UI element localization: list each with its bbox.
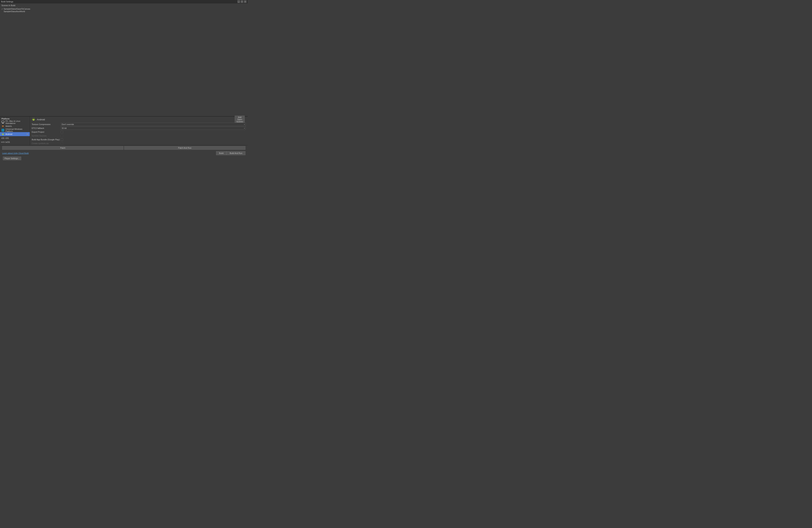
patch-button[interactable]: Patch	[2, 146, 124, 150]
svg-point-9	[3, 133, 4, 134]
svg-rect-16	[34, 119, 35, 120]
svg-rect-11	[4, 134, 4, 135]
etc2-fallback-row: ETC2 fallback 32-bit	[32, 127, 246, 130]
platform-area: Platform PC, Mac & Linux Standalone W We…	[0, 117, 248, 145]
export-project-row: Export Project	[32, 130, 246, 134]
scene-name: Sample/Glass/boxWorld	[4, 10, 25, 13]
platform-name-webgl: WebGL	[5, 125, 12, 127]
svg-rect-4	[3, 129, 4, 130]
tvos-icon: tvOS	[1, 141, 4, 144]
scene-item: ✓ Sample/Glass/boxWorld	[1, 10, 246, 13]
pc-icon	[1, 121, 4, 123]
platform-name-pc: PC, Mac & Linux Standalone	[5, 120, 28, 124]
symlink-sources-row: Symlink Sources	[32, 134, 246, 137]
build-app-bundle-label: Build App Bundle (Google Play)	[32, 138, 61, 141]
scenes-header: Scenes In Build	[1, 4, 246, 6]
platform-item-webgl[interactable]: W WebGL	[0, 124, 30, 128]
platform-item-tvos[interactable]: tvOS tvOS	[0, 140, 30, 144]
etc2-fallback-dropdown[interactable]: 32-bit	[61, 127, 246, 130]
svg-point-14	[34, 118, 34, 119]
symlink-sources-checkbox	[61, 135, 63, 137]
platform-name-ios: iOS	[5, 137, 9, 139]
platform-header-name: Android	[37, 118, 45, 121]
export-project-label: Export Project	[32, 131, 61, 133]
texture-compression-dropdown-wrapper: Don't override	[61, 123, 246, 126]
player-settings-area: Player Settings...	[0, 156, 248, 162]
svg-rect-1	[2, 123, 4, 123]
scene-list: ✓ Sample/Glass/GazeToCanvas ✓ Sample/Gla…	[1, 7, 246, 13]
svg-rect-5	[2, 130, 3, 131]
export-project-checkbox[interactable]	[61, 131, 63, 133]
player-settings-button[interactable]: Player Settings...	[3, 157, 21, 160]
title-bar-controls: _ □ ×	[237, 0, 246, 3]
title-bar-title: Build Settings	[1, 1, 13, 3]
patch-and-run-button[interactable]: Patch And Run	[124, 146, 245, 150]
gear-icon[interactable]: ⚙	[27, 133, 28, 135]
main-container: Scenes In Build ✓ Sample/Glass/GazeToCan…	[0, 3, 248, 162]
platform-label: Platform	[0, 117, 30, 120]
platform-item-android[interactable]: Android ⚙	[0, 132, 30, 136]
build-app-bundle-row: Build App Bundle (Google Play)	[32, 138, 246, 141]
svg-rect-0	[2, 121, 4, 123]
svg-rect-10	[2, 134, 2, 135]
create-symbols-row: Create symbols.zip	[32, 142, 246, 145]
patch-buttons-row: Patch Patch And Run	[1, 146, 246, 150]
build-buttons-row: Learn about Unity Cloud Build Build Buil…	[1, 150, 246, 155]
android-header-icon	[32, 118, 35, 121]
scene-item: ✓ Sample/Glass/GazeToCanvas	[1, 8, 246, 10]
scene-name: Sample/Glass/GazeToCanvas	[4, 8, 30, 10]
bottom-buttons-area: Patch Patch And Run Learn about Unity Cl…	[0, 145, 248, 156]
svg-point-8	[2, 133, 3, 134]
title-bar: Build Settings _ □ ×	[0, 0, 248, 3]
etc2-fallback-label: ETC2 fallback	[32, 127, 61, 129]
bottom-section: Platform PC, Mac & Linux Standalone W We…	[0, 116, 248, 162]
build-button[interactable]: Build	[216, 151, 227, 155]
create-symbols-checkbox	[61, 142, 63, 145]
platform-item-uwp[interactable]: Universal Windows Platform	[0, 128, 30, 132]
svg-rect-3	[2, 129, 3, 130]
ios-icon: iOS	[1, 137, 4, 140]
platform-item-pc[interactable]: PC, Mac & Linux Standalone	[0, 120, 30, 124]
svg-rect-12	[32, 119, 35, 119]
symlink-sources-label: Symlink Sources	[32, 135, 61, 137]
texture-compression-dropdown[interactable]: Don't override	[61, 123, 246, 126]
svg-rect-15	[32, 119, 33, 120]
platform-name-tvos: tvOS	[5, 141, 10, 143]
build-and-run-button[interactable]: Build And Run	[227, 151, 245, 155]
build-app-bundle-checkbox[interactable]	[61, 138, 63, 141]
android-icon	[1, 133, 4, 135]
scenes-section: Scenes In Build ✓ Sample/Glass/GazeToCan…	[0, 3, 248, 116]
svg-rect-7	[2, 134, 4, 134]
texture-compression-label: Texture Compression	[32, 123, 61, 126]
platform-item-ios[interactable]: iOS iOS	[0, 136, 30, 140]
scene-checkbox[interactable]: ✓	[1, 8, 3, 10]
svg-rect-2	[2, 123, 4, 123]
webgl-icon: W	[1, 125, 4, 128]
create-symbols-label: Create symbols.zip	[32, 142, 61, 145]
learn-cloud-build-link[interactable]: Learn about Unity Cloud Build	[2, 152, 29, 154]
maximize-button[interactable]: □	[241, 0, 243, 3]
platform-name-uwp: Universal Windows Platform	[5, 128, 28, 132]
platform-name-android: Android	[5, 133, 12, 135]
settings-panel: Android Texture Compression Don't overri…	[30, 117, 248, 145]
platform-list: Platform PC, Mac & Linux Standalone W We…	[0, 117, 30, 145]
close-button[interactable]: ×	[244, 0, 246, 3]
minimize-button[interactable]: _	[237, 0, 240, 3]
etc2-fallback-dropdown-wrapper: 32-bit	[61, 127, 246, 130]
texture-compression-row: Texture Compression Don't override	[32, 123, 246, 126]
android-platform-header: Android	[32, 118, 246, 121]
svg-rect-6	[3, 130, 4, 131]
build-btn-group: Build Build And Run	[216, 151, 245, 155]
svg-point-13	[33, 118, 33, 119]
add-open-scenes-button[interactable]: Add Open Scenes	[235, 116, 245, 123]
windows-icon	[1, 129, 4, 132]
